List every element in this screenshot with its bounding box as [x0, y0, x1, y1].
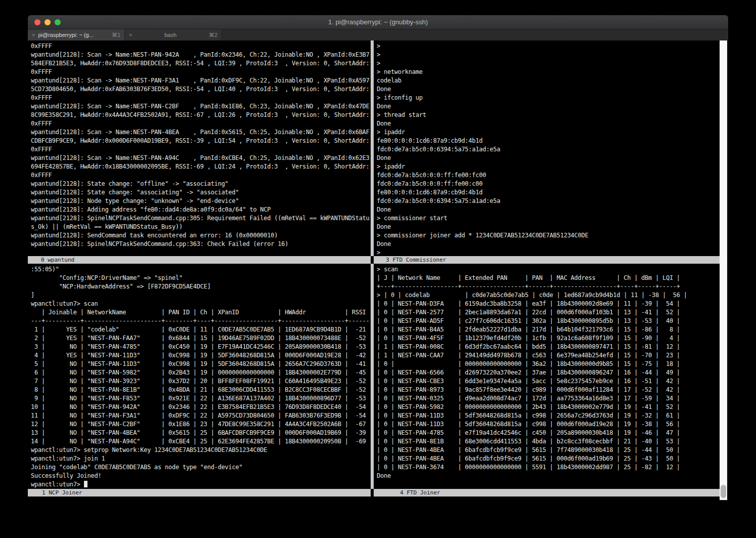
- pane-title-ncp-joiner: 1 NCP Joiner: [28, 489, 371, 496]
- close-window-button[interactable]: [34, 19, 40, 25]
- tab-bar: × pi@raspberrypi: ~ (g... ⌘1 × bash ⌘2: [28, 29, 728, 40]
- tab-shortcut: ⌘1: [112, 32, 120, 38]
- close-tab-icon[interactable]: ×: [129, 32, 132, 38]
- pane-title-ftd-commissioner: 3 FTD Commissioner: [374, 256, 720, 264]
- tab-shortcut: ⌘2: [209, 32, 217, 38]
- pane-title-ftd-joiner: 4 FTD Joiner: [374, 489, 720, 496]
- minimize-window-button[interactable]: [45, 19, 51, 25]
- close-tab-icon[interactable]: ×: [32, 32, 35, 38]
- window-title: 1. pi@raspberrypi: ~ (gnubby-ssh): [28, 15, 728, 29]
- tab-ssh-session[interactable]: × pi@raspberrypi: ~ (g... ⌘1: [28, 29, 125, 40]
- pane-title-wpantund: 0 wpantund: [28, 256, 371, 264]
- terminal-cursor: [84, 481, 87, 487]
- titlebar[interactable]: 1. pi@raspberrypi: ~ (gnubby-ssh): [28, 15, 728, 29]
- pane-vertical-divider[interactable]: [371, 264, 374, 489]
- traffic-lights: [34, 19, 61, 25]
- pane-ncp-joiner[interactable]: :55:05)" "Config:NCP:DriverName" => "spi…: [28, 264, 371, 489]
- tmux-content: 0xFFFF wpantund[2128]: Scan -> Name:NEST…: [28, 40, 728, 500]
- tab-label: pi@raspberrypi: ~ (g...: [38, 32, 108, 38]
- zoom-window-button[interactable]: [55, 19, 61, 25]
- tab-label: bash: [135, 32, 205, 38]
- scrollbar[interactable]: [720, 40, 727, 500]
- pane-wpantund-log[interactable]: 0xFFFF wpantund[2128]: Scan -> Name:NEST…: [28, 40, 371, 256]
- pane-ftd-commissioner[interactable]: > > > > networkname codelab Done > ifcon…: [374, 40, 720, 256]
- pane-ftd-joiner[interactable]: > scan | J | Network Name | Extended PAN…: [374, 264, 720, 489]
- pane-vertical-divider[interactable]: [371, 40, 374, 256]
- terminal-window: 1. pi@raspberrypi: ~ (gnubby-ssh) × pi@r…: [28, 15, 728, 500]
- scrollbar-thumb[interactable]: [721, 485, 726, 498]
- tab-bash[interactable]: × bash ⌘2: [125, 29, 222, 40]
